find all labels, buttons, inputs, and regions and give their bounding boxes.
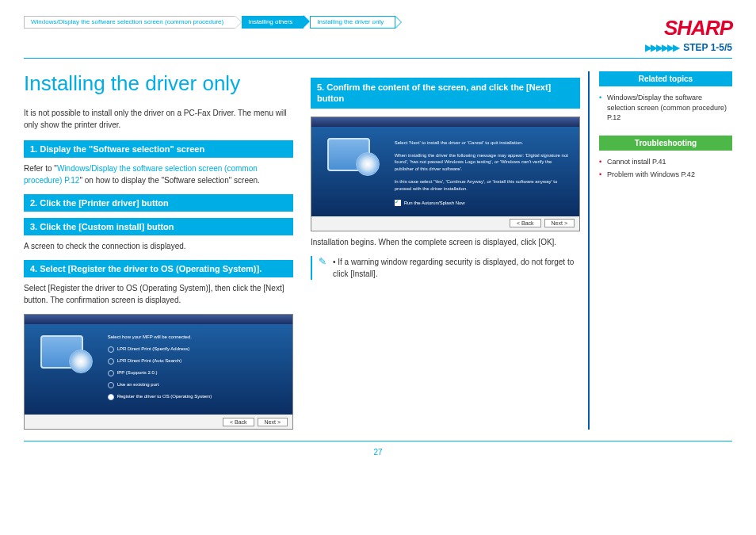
step-indicator: STEP 1-5/5 bbox=[683, 42, 732, 53]
related-topic-link[interactable]: Windows/Display the software selection s… bbox=[599, 91, 732, 124]
step-1-heading: 1. Display the "Software selection" scre… bbox=[24, 140, 293, 158]
breadcrumb-item-3[interactable]: Installing the driver only bbox=[310, 16, 395, 29]
step-5-text: Installation begins. When the complete s… bbox=[311, 236, 580, 248]
breadcrumb: Windows/Display the software selection s… bbox=[24, 16, 395, 29]
checkbox-icon bbox=[395, 200, 401, 206]
intro-text: It is not possible to install only the d… bbox=[24, 107, 293, 131]
step-3-text: A screen to check the connection is disp… bbox=[24, 240, 293, 252]
note-text: If a warning window regarding security i… bbox=[333, 256, 580, 280]
step-5-heading: 5. Confirm the content of the screen, an… bbox=[311, 78, 580, 109]
next-button: Next > bbox=[258, 418, 288, 426]
progress-arrows-icon: ▶▶▶▶▶▶ bbox=[645, 42, 678, 53]
step-1-text: Refer to "Windows/Display the software s… bbox=[24, 162, 293, 186]
monitor-icon bbox=[327, 138, 370, 171]
installer-screenshot-1: Select how your MFP will be connected. L… bbox=[24, 314, 293, 430]
page-title: Installing the driver only bbox=[24, 71, 293, 96]
note-callout: ✎ If a warning window regarding security… bbox=[311, 256, 580, 280]
back-button: < Back bbox=[510, 219, 541, 227]
next-button: Next > bbox=[544, 219, 575, 227]
monitor-icon bbox=[40, 335, 83, 369]
breadcrumb-item-2[interactable]: Installing others bbox=[242, 16, 304, 29]
troubleshoot-link-1[interactable]: Cannot install P.41 bbox=[599, 155, 732, 169]
step-2-heading: 2. Click the [Printer driver] button bbox=[24, 194, 293, 212]
breadcrumb-item-1[interactable]: Windows/Display the software selection s… bbox=[24, 16, 235, 29]
brand-logo: SHARP bbox=[645, 16, 732, 40]
step-4-heading: 4. Select [Register the driver to OS (Op… bbox=[24, 260, 293, 277]
installer-screenshot-2: Select 'Next' to install the driver or '… bbox=[311, 117, 580, 231]
sidebar: Related topics Windows/Display the softw… bbox=[588, 71, 732, 430]
pin-icon: ✎ bbox=[319, 256, 326, 267]
step-4-text: Select [Register the driver to OS (Opera… bbox=[24, 282, 293, 306]
page-number: 27 bbox=[24, 441, 732, 457]
related-topics-heading: Related topics bbox=[599, 71, 732, 86]
breadcrumb-label: Installing the driver only bbox=[317, 18, 384, 26]
troubleshooting-heading: Troubleshooting bbox=[599, 136, 732, 151]
breadcrumb-label: Windows/Display the software selection s… bbox=[31, 18, 223, 26]
step-3-heading: 3. Click the [Custom install] button bbox=[24, 218, 293, 235]
back-button: < Back bbox=[223, 418, 254, 426]
breadcrumb-label: Installing others bbox=[248, 18, 292, 26]
divider bbox=[24, 58, 732, 59]
troubleshoot-link-2[interactable]: Problem with Windows P.42 bbox=[599, 168, 732, 182]
